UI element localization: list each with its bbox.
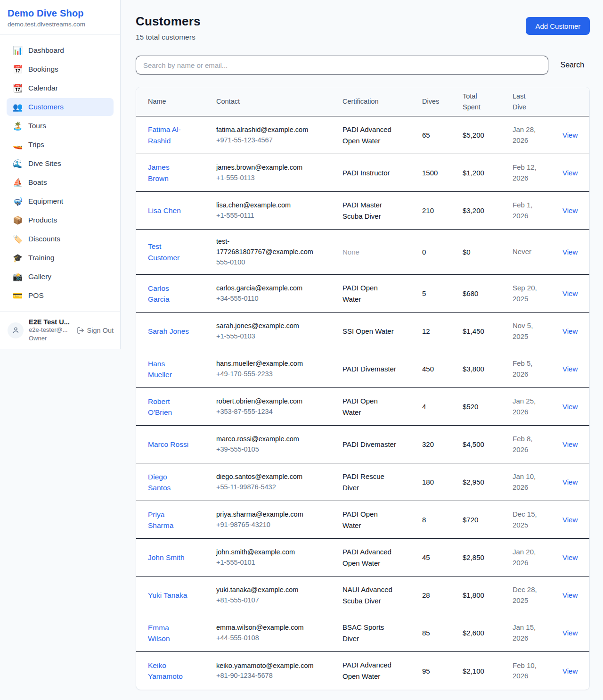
customer-total-spent: $0 <box>463 248 513 256</box>
customer-phone: +81-90-1234-5678 <box>216 671 342 681</box>
sidebar-item-label: Customers <box>28 103 64 111</box>
customer-total-spent: $520 <box>463 403 513 411</box>
sidebar-item-trips[interactable]: 🚤Trips <box>7 136 114 154</box>
customer-dives: 65 <box>422 131 463 139</box>
column-header-certification: Certification <box>342 96 422 107</box>
customer-last-dive: Jan 15, 2026 <box>513 622 542 643</box>
sidebar-item-discounts[interactable]: 🏷️Discounts <box>7 230 114 248</box>
view-customer-link[interactable]: View <box>562 131 578 139</box>
customer-name-link[interactable]: Emma Wilson <box>148 622 189 644</box>
customer-name-link[interactable]: Fatima Al-Rashid <box>148 124 189 146</box>
sidebar-item-pos[interactable]: 💳POS <box>7 287 114 305</box>
customer-certification: PADI Advanced Open Water <box>342 546 398 569</box>
customer-phone: +49-170-555-2233 <box>216 369 342 379</box>
view-customer-link[interactable]: View <box>562 478 578 486</box>
sign-out-button[interactable]: Sign Out <box>77 327 114 334</box>
customer-certification: PADI Instructor <box>342 167 398 179</box>
bookings-icon: 📅 <box>13 66 22 74</box>
customer-dives: 95 <box>422 667 463 675</box>
customer-dives: 1500 <box>422 169 463 177</box>
customer-certification: PADI Open Water <box>342 395 398 418</box>
view-customer-link[interactable]: View <box>562 591 578 599</box>
view-customer-link[interactable]: View <box>562 667 578 675</box>
view-customer-link[interactable]: View <box>562 248 578 256</box>
customer-last-dive: Dec 15, 2025 <box>513 509 542 530</box>
view-customer-link[interactable]: View <box>562 629 578 637</box>
sidebar-item-label: Gallery <box>28 272 51 281</box>
sidebar-item-gallery[interactable]: 📸Gallery <box>7 268 114 286</box>
sidebar-item-equipment[interactable]: 🤿Equipment <box>7 192 114 210</box>
customer-email: carlos.garcia@example.com <box>216 283 318 294</box>
user-icon <box>12 326 20 334</box>
view-customer-link[interactable]: View <box>562 169 578 177</box>
sign-out-icon <box>77 327 84 334</box>
customer-phone: 555-0100 <box>216 257 342 268</box>
sidebar-item-training[interactable]: 🎓Training <box>7 249 114 267</box>
customer-certification: PADI Open Water <box>342 282 398 305</box>
view-customer-link[interactable]: View <box>562 206 578 214</box>
customer-name-link[interactable]: Robert O'Brien <box>148 396 189 418</box>
table-row: James Brown james.brown@example.com +1-5… <box>136 154 589 192</box>
search-button[interactable]: Search <box>555 61 590 69</box>
customer-name-link[interactable]: Yuki Tanaka <box>148 590 187 601</box>
sidebar-item-boats[interactable]: ⛵Boats <box>7 173 114 191</box>
customer-contact: keiko.yamamoto@example.com +81-90-1234-5… <box>216 661 342 682</box>
view-customer-link[interactable]: View <box>562 327 578 335</box>
customer-name-link[interactable]: Diego Santos <box>148 471 189 494</box>
customer-certification: PADI Advanced Open Water <box>342 659 398 682</box>
user-role: Owner <box>29 334 72 343</box>
customer-last-dive: Feb 10, 2026 <box>513 660 542 682</box>
customer-name-link[interactable]: Marco Rossi <box>148 439 188 450</box>
customer-last-dive: Feb 1, 2026 <box>513 200 542 221</box>
customer-dives: 0 <box>422 248 463 256</box>
table-row: Priya Sharma priya.sharma@example.com +9… <box>136 501 589 539</box>
sidebar-item-dashboard[interactable]: 📊Dashboard <box>7 41 114 59</box>
view-customer-link[interactable]: View <box>562 440 578 448</box>
customer-contact: hans.mueller@example.com +49-170-555-223… <box>216 359 342 379</box>
table-header-row: Name Contact Certification Dives Total S… <box>136 87 589 116</box>
table-row: Sarah Jones sarah.jones@example.com +1-5… <box>136 313 589 350</box>
sidebar-item-tours[interactable]: 🏝️Tours <box>7 117 114 135</box>
view-customer-link[interactable]: View <box>562 403 578 411</box>
view-customer-link[interactable]: View <box>562 365 578 373</box>
customer-dives: 320 <box>422 440 463 448</box>
sidebar-item-customers[interactable]: 👥Customers <box>7 98 114 116</box>
sidebar: Demo Dive Shop demo.test.divestreams.com… <box>0 0 121 349</box>
shop-domain: demo.test.divestreams.com <box>8 21 113 28</box>
dashboard-icon: 📊 <box>13 47 22 55</box>
customer-contact: carlos.garcia@example.com +34-555-0110 <box>216 283 342 304</box>
add-customer-button[interactable]: Add Customer <box>526 17 590 35</box>
view-customer-link[interactable]: View <box>562 516 578 524</box>
view-customer-link[interactable]: View <box>562 553 578 561</box>
sidebar-item-bookings[interactable]: 📅Bookings <box>7 60 114 78</box>
table-body: Fatima Al-Rashid fatima.alrashid@example… <box>136 116 589 690</box>
tours-icon: 🏝️ <box>13 122 22 130</box>
customer-name-link[interactable]: Carlos Garcia <box>148 283 189 305</box>
gallery-icon: 📸 <box>13 273 22 281</box>
customer-name-link[interactable]: John Smith <box>148 552 185 563</box>
training-icon: 🎓 <box>13 254 22 262</box>
customer-contact: priya.sharma@example.com +91-98765-43210 <box>216 510 342 530</box>
sidebar-item-products[interactable]: 📦Products <box>7 211 114 229</box>
customer-total-spent: $1,200 <box>463 169 513 177</box>
customer-last-dive: Jan 25, 2026 <box>513 396 542 417</box>
customer-dives: 210 <box>422 206 463 214</box>
table-row: Test Customer test-1772681807767@example… <box>136 230 589 275</box>
customer-name-link[interactable]: Sarah Jones <box>148 326 189 337</box>
customer-name-link[interactable]: James Brown <box>148 162 189 184</box>
customer-name-link[interactable]: Test Customer <box>148 241 189 263</box>
sidebar-item-label: Tours <box>28 122 46 130</box>
customer-name-link[interactable]: Priya Sharma <box>148 509 189 531</box>
customer-contact: fatima.alrashid@example.com +971-55-123-… <box>216 125 342 146</box>
sidebar-item-calendar[interactable]: 📆Calendar <box>7 79 114 97</box>
search-input[interactable] <box>136 56 548 74</box>
customer-name-link[interactable]: Keiko Yamamoto <box>148 660 189 682</box>
table-row: Yuki Tanaka yuki.tanaka@example.com +81-… <box>136 576 589 614</box>
customer-certification: NAUI Advanced Scuba Diver <box>342 584 398 607</box>
customer-last-dive: Jan 28, 2026 <box>513 124 542 146</box>
customer-name-link[interactable]: Lisa Chen <box>148 205 181 216</box>
sidebar-item-dive-sites[interactable]: 🌊Dive Sites <box>7 155 114 173</box>
view-customer-link[interactable]: View <box>562 289 578 297</box>
customer-name-link[interactable]: Hans Mueller <box>148 358 189 380</box>
customer-phone: +353-87-555-1234 <box>216 407 342 417</box>
